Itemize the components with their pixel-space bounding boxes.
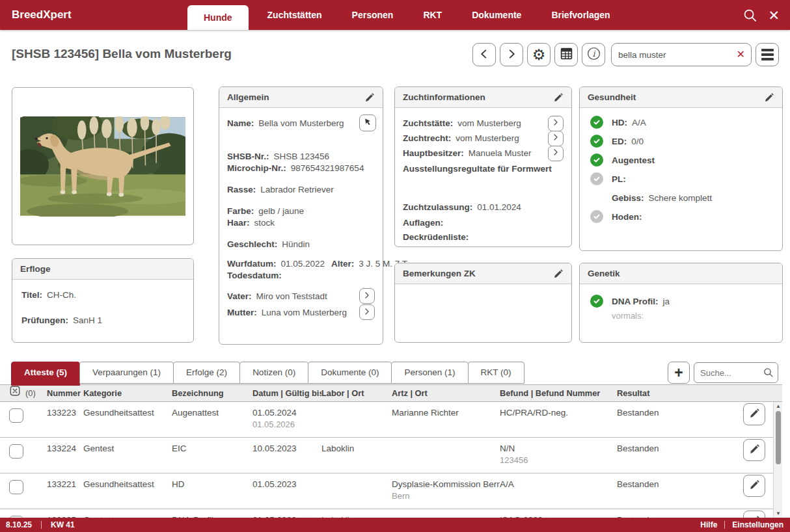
scroll-up-icon[interactable]: ▲ xyxy=(775,403,782,409)
genetik-title: Genetik xyxy=(588,269,620,278)
farbe-field: Farbe: gelb / jaune xyxy=(227,206,375,216)
nav-tab-zuchtstaetten[interactable]: Zuchtstätten xyxy=(256,0,333,30)
col-labor: Labor | Ort xyxy=(321,385,392,401)
todesdatum-field: Todesdatum: xyxy=(227,271,375,280)
nav-tab-dokumente[interactable]: Dokumente xyxy=(461,0,532,30)
col-kategorie: Kategorie xyxy=(83,385,172,401)
titel-field: Titel: CH-Ch. xyxy=(21,290,184,300)
augentest-status: Augentest xyxy=(590,153,772,166)
row-checkbox[interactable] xyxy=(9,444,23,459)
open-zuchtrecht-button[interactable] xyxy=(548,131,564,146)
table-search xyxy=(694,362,778,383)
scrollbar-thumb[interactable] xyxy=(776,411,781,464)
edit-pencil-icon[interactable] xyxy=(553,92,564,103)
nav-tab-rkt[interactable]: RKT xyxy=(412,0,453,30)
zuchtinformationen-card: Zuchtinformationen Zuchtstätte: vom Must… xyxy=(394,86,572,247)
wurfdatum-field: Wurfdatum: 01.05.2022 Alter: 3 J. 5 M. 7… xyxy=(227,259,375,269)
tab-erfolge[interactable]: Erfolge (2) xyxy=(173,362,240,384)
name-field: Name: Bella vom Musterberg xyxy=(227,118,375,128)
top-navbar: BreedXpert Hunde Zuchtstätten Personen R… xyxy=(0,0,790,30)
chevron-right-icon xyxy=(363,308,371,317)
pl-status: PL: xyxy=(590,172,772,185)
vater-field: Vater: Miro von Teststadt xyxy=(227,288,375,304)
tab-rkt[interactable]: RKT (0) xyxy=(468,362,524,384)
chevron-right-icon xyxy=(363,291,371,301)
mutter-field: Mutter: Luna vom Musterberg xyxy=(227,304,375,320)
back-button[interactable] xyxy=(472,43,496,66)
navbar-actions: ✕ xyxy=(742,0,780,30)
table-row[interactable]: 133221 Gesundheitsattest HD 01.05.2023 D… xyxy=(0,473,773,509)
edit-pencil-icon[interactable] xyxy=(764,92,774,103)
row-checkbox[interactable] xyxy=(9,480,23,494)
zuchtinfo-card-header: Zuchtinformationen xyxy=(395,87,571,108)
open-zuchtstaette-button[interactable] xyxy=(548,116,564,131)
cell-nummer: 133225 xyxy=(47,509,83,518)
quick-search-input[interactable] xyxy=(611,43,752,66)
edit-row-button[interactable] xyxy=(743,403,765,425)
info-button[interactable]: i xyxy=(582,43,605,66)
tab-personen[interactable]: Personen (1) xyxy=(391,362,468,384)
edit-row-button[interactable] xyxy=(743,439,765,461)
deckruedenliste-field: Deckrüdenliste: xyxy=(403,232,564,242)
deselect-all-icon[interactable] xyxy=(9,385,21,401)
cell-labor: Laboklin xyxy=(321,509,392,518)
haar-field: Haar: stock xyxy=(227,218,375,228)
open-hauptbesitzer-button[interactable] xyxy=(548,146,564,161)
status-bar: 8.10.25 KW 41 Hilfe Einstellungen xyxy=(0,518,790,532)
app-window: BreedXpert Hunde Zuchtstätten Personen R… xyxy=(0,0,790,532)
edit-pencil-icon[interactable] xyxy=(364,92,375,103)
open-mutter-button[interactable] xyxy=(359,304,375,320)
goto-record-button[interactable] xyxy=(359,114,376,131)
forward-button[interactable] xyxy=(500,43,523,66)
einstellungen-link[interactable]: Einstellungen xyxy=(732,520,783,529)
bemerkungen-zk-card: Bemerkungen ZK xyxy=(394,263,572,343)
table-icon xyxy=(560,47,573,62)
open-vater-button[interactable] xyxy=(359,288,375,304)
hilfe-link[interactable]: Hilfe xyxy=(700,520,717,529)
microchip-field: Microchip-Nr.: 987654321987654 xyxy=(227,163,375,173)
add-attest-button[interactable]: + xyxy=(668,362,690,384)
status-week: KW 41 xyxy=(51,520,75,529)
genetik-card-header: Genetik xyxy=(580,263,782,284)
cell-befund: N/N123456 xyxy=(500,438,617,473)
app-logo[interactable]: BreedXpert xyxy=(12,8,72,21)
deselect-all-header: (0) xyxy=(0,385,47,401)
table-row[interactable]: 133225 Gentest DNA-Profil 01.05.2023 Lab… xyxy=(0,509,773,518)
nav-tab-hunde[interactable]: Hunde xyxy=(187,5,249,30)
cell-artz xyxy=(392,509,500,518)
cell-labor xyxy=(321,402,392,437)
edit-row-button[interactable] xyxy=(743,475,765,497)
check-circle-gray-icon xyxy=(590,172,603,185)
row-checkbox[interactable] xyxy=(9,408,23,423)
col-artz: Artz | Ort xyxy=(392,385,500,401)
erfloge-title: Erfloge xyxy=(20,264,51,274)
cell-befund: HC/PRA/RD-neg. xyxy=(500,402,617,437)
tab-atteste[interactable]: Atteste (5) xyxy=(11,362,80,386)
cell-bezeichnung: HD xyxy=(172,473,252,509)
cursor-arrow-icon xyxy=(363,117,373,129)
cell-resultat: Bestanden xyxy=(617,402,695,437)
table-row[interactable]: 133223 Gesundheitsattest Augenattest 01.… xyxy=(0,402,773,438)
page-header: [SHSB 123456] Bella vom Musterberg ⚙ i ✕ xyxy=(0,30,790,77)
edit-row-button[interactable] xyxy=(743,511,765,518)
table-view-button[interactable] xyxy=(554,43,578,66)
check-circle-icon xyxy=(590,295,603,308)
nav-tab-briefvorlagen[interactable]: Briefvorlagen xyxy=(540,0,621,30)
cell-bezeichnung: DNA-Profil xyxy=(172,509,252,518)
menu-button[interactable] xyxy=(756,43,779,66)
close-icon[interactable]: ✕ xyxy=(768,8,780,22)
chevron-right-icon xyxy=(552,118,560,128)
search-icon[interactable] xyxy=(742,8,757,23)
settings-button[interactable]: ⚙ xyxy=(527,43,551,66)
edit-pencil-icon[interactable] xyxy=(553,269,564,279)
tab-notizen[interactable]: Notizen (0) xyxy=(239,362,308,384)
tab-dokumente[interactable]: Dokumente (0) xyxy=(308,362,392,384)
cell-kategorie: Gentest xyxy=(83,438,172,473)
nav-tab-personen[interactable]: Personen xyxy=(341,0,405,30)
table-row[interactable]: 133224 Gentest EIC 10.05.2023 Laboklin N… xyxy=(0,438,773,473)
table-scrollbar[interactable]: ▲ ▼ xyxy=(773,402,782,518)
scroll-down-icon[interactable]: ▼ xyxy=(775,511,782,516)
tab-verpaarungen[interactable]: Verpaarungen (1) xyxy=(79,362,174,384)
col-datum: Datum | Gültig bis xyxy=(252,385,321,401)
clear-search-icon[interactable]: ✕ xyxy=(737,48,745,60)
